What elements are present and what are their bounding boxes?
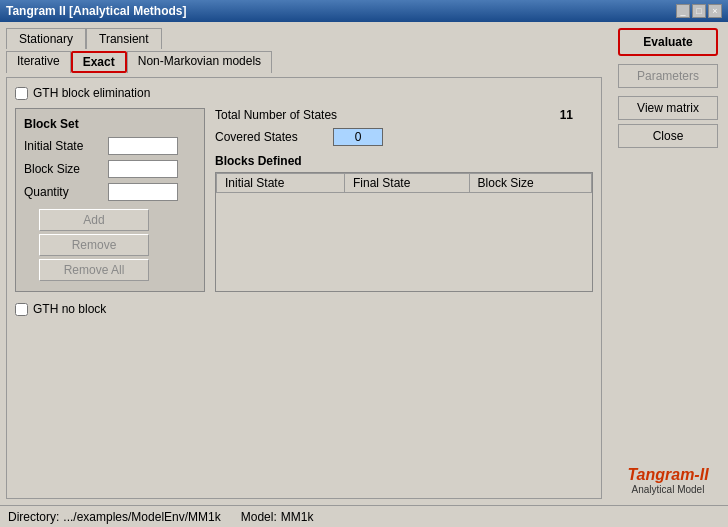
blocks-defined-label: Blocks Defined [215, 154, 593, 168]
directory-label: Directory: [8, 510, 59, 524]
quantity-label: Quantity [24, 185, 104, 199]
model-item: Model: MM1k [241, 510, 314, 524]
brand-name: Tangram-II [627, 466, 708, 484]
col-initial-state: Initial State [217, 174, 345, 193]
blocks-table: Initial State Final State Block Size [216, 173, 592, 193]
initial-state-row: Initial State [24, 137, 196, 155]
minimize-button[interactable]: _ [676, 4, 690, 18]
parameters-button[interactable]: Parameters [618, 64, 718, 88]
remove-all-button[interactable]: Remove All [39, 259, 149, 281]
sub-tab-exact[interactable]: Exact [71, 51, 127, 73]
initial-state-input[interactable] [108, 137, 178, 155]
view-matrix-button[interactable]: View matrix [618, 96, 718, 120]
content-area: GTH block elimination Block Set Initial … [6, 77, 602, 499]
block-size-label: Block Size [24, 162, 104, 176]
add-button[interactable]: Add [39, 209, 149, 231]
sub-tabs: Iterative Exact Non-Markovian models [6, 51, 602, 73]
covered-states-row: Covered States [215, 128, 593, 146]
block-set-right: Total Number of States 11 Covered States… [215, 108, 593, 292]
total-states-value: 11 [560, 108, 573, 122]
block-set-panel: Block Set Initial State Block Size Quant… [15, 108, 205, 292]
quantity-row: Quantity [24, 183, 196, 201]
remove-button[interactable]: Remove [39, 234, 149, 256]
evaluate-button[interactable]: Evaluate [618, 28, 718, 56]
main-container: Stationary Transient Iterative Exact Non… [0, 22, 728, 505]
col-final-state: Final State [344, 174, 469, 193]
block-set-container: Block Set Initial State Block Size Quant… [15, 108, 593, 292]
window-controls[interactable]: _ □ × [676, 4, 722, 18]
block-size-input[interactable] [108, 160, 178, 178]
top-tabs: Stationary Transient [6, 28, 602, 49]
maximize-button[interactable]: □ [692, 4, 706, 18]
tab-stationary[interactable]: Stationary [6, 28, 86, 49]
block-set-buttons: Add Remove Remove All [24, 209, 196, 281]
gth-no-block-checkbox[interactable] [15, 303, 28, 316]
model-value: MM1k [281, 510, 314, 524]
gth-no-block-section: GTH no block [15, 302, 593, 316]
blocks-table-container: Initial State Final State Block Size [215, 172, 593, 292]
col-block-size: Block Size [469, 174, 591, 193]
brand-subtitle: Analytical Model [627, 484, 708, 495]
close-window-button[interactable]: × [708, 4, 722, 18]
directory-item: Directory: .../examples/ModelEnv/MM1k [8, 510, 221, 524]
total-states-label: Total Number of States [215, 108, 337, 122]
window-title: Tangram II [Analytical Methods] [6, 4, 186, 18]
gth-block-label[interactable]: GTH block elimination [15, 86, 593, 100]
tab-transient[interactable]: Transient [86, 28, 162, 49]
right-sidebar: Evaluate Parameters View matrix Close Ta… [608, 22, 728, 505]
gth-no-block-label: GTH no block [33, 302, 106, 316]
covered-states-label: Covered States [215, 130, 325, 144]
gth-block-checkbox[interactable] [15, 87, 28, 100]
initial-state-label: Initial State [24, 139, 104, 153]
block-set-title: Block Set [24, 117, 196, 131]
title-bar: Tangram II [Analytical Methods] _ □ × [0, 0, 728, 22]
left-panel: Stationary Transient Iterative Exact Non… [0, 22, 608, 505]
total-states-row: Total Number of States 11 [215, 108, 593, 122]
covered-states-value [333, 128, 383, 146]
close-button[interactable]: Close [618, 124, 718, 148]
status-bar: Directory: .../examples/ModelEnv/MM1k Mo… [0, 505, 728, 527]
sub-tab-non-markovian[interactable]: Non-Markovian models [127, 51, 272, 73]
model-label: Model: [241, 510, 277, 524]
block-size-row: Block Size [24, 160, 196, 178]
gth-block-section: GTH block elimination Block Set Initial … [15, 86, 593, 292]
quantity-input[interactable] [108, 183, 178, 201]
sub-tab-iterative[interactable]: Iterative [6, 51, 71, 73]
brand-area: Tangram-II Analytical Model [623, 462, 712, 499]
directory-value: .../examples/ModelEnv/MM1k [63, 510, 220, 524]
